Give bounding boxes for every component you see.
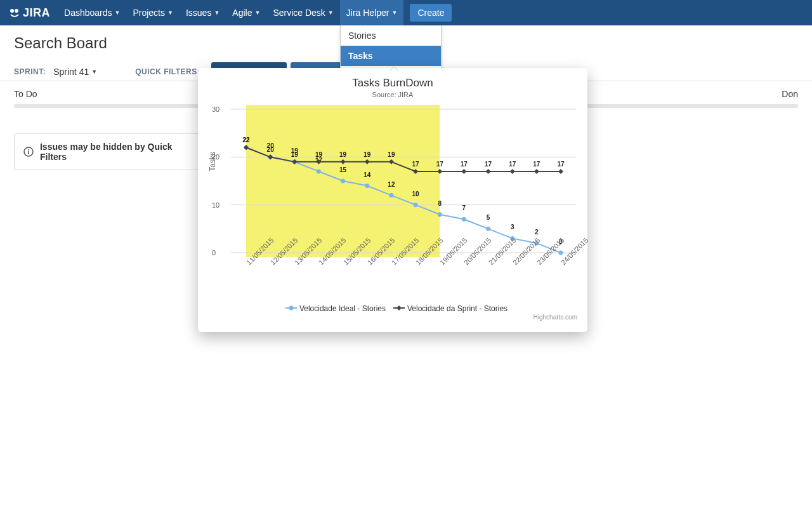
svg-text:19: 19 [388,151,395,158]
svg-point-0 [10,9,14,13]
legend-label[interactable]: Velocidade Ideal - Stories [299,304,386,313]
notice-text: Issues may be hidden by Quick Filters [40,142,201,162]
y-tick: 10 [212,201,219,209]
chevron-down-icon: ▼ [115,10,121,16]
chevron-down-icon: ▼ [91,69,97,75]
nav-item-jira-helper[interactable]: Jira Helper▼ [340,0,404,25]
svg-point-20 [365,184,369,188]
dropdown-item-tasks[interactable]: Tasks [341,46,441,66]
svg-text:14: 14 [363,171,371,178]
sprint-value: Sprint 41 [53,67,89,77]
nav-item-issues[interactable]: Issues▼ [180,0,226,25]
svg-text:8: 8 [438,200,442,207]
svg-text:15: 15 [339,166,347,173]
chevron-down-icon: ▼ [214,10,219,16]
svg-text:19: 19 [315,151,323,158]
svg-point-3 [28,149,29,150]
svg-point-22 [389,193,393,197]
svg-text:19: 19 [291,151,299,158]
svg-text:17: 17 [436,161,444,168]
y-tick: 0 [212,249,216,257]
chevron-down-icon: ▼ [167,10,173,16]
svg-text:20: 20 [267,146,275,153]
chevron-down-icon: ▼ [391,10,397,16]
svg-point-24 [414,203,418,207]
create-button[interactable]: Create [410,4,452,22]
svg-point-26 [438,212,442,217]
chart-svg: 2220191715141210875320222019191919191717… [231,105,576,257]
svg-point-30 [486,227,490,231]
svg-text:10: 10 [412,190,420,197]
svg-rect-4 [28,151,29,154]
svg-text:22: 22 [242,137,250,144]
column-done: Don [782,89,798,99]
x-axis-ticks: 11/05/201512/05/201513/05/201514/05/2015… [231,257,576,302]
svg-point-16 [317,169,321,173]
svg-text:5: 5 [487,214,490,221]
svg-text:2: 2 [535,229,539,236]
svg-text:17: 17 [533,161,540,168]
sprint-label: SPRINT: [14,67,46,76]
legend-label[interactable]: Velocidade da Sprint - Stories [407,304,508,313]
popover-pointer-icon [390,67,398,72]
chart-plot: Tasks 0102030 22201917151412108753202220… [231,105,576,257]
chart-subtitle: Source: JIRA [204,91,581,98]
legend-swatch-icon [393,304,405,314]
legend-swatch-icon [285,304,297,314]
chevron-down-icon: ▼ [254,10,260,16]
nav-item-dashboards[interactable]: Dashboards▼ [58,0,126,25]
quick-filter-notice: Issues may be hidden by Quick Filters [14,133,211,170]
column-todo: To Do [14,89,37,99]
logo-text: JIRA [23,6,50,20]
svg-text:17: 17 [557,161,565,168]
svg-text:12: 12 [388,181,395,188]
svg-text:19: 19 [339,151,347,158]
nav-item-projects[interactable]: Projects▼ [126,0,180,25]
chart-legend: Velocidade Ideal - StoriesVelocidade da … [204,304,581,314]
svg-text:17: 17 [509,161,516,168]
chart-credits: Highcharts.com [204,314,581,321]
y-tick: 30 [212,105,219,113]
jira-logo-icon [9,7,20,18]
top-nav: JIRA Dashboards▼Projects▼Issues▼Agile▼Se… [0,0,812,25]
chart-title: Tasks BurnDown [204,77,581,90]
sprint-selector[interactable]: Sprint 41 ▼ [53,67,97,77]
svg-text:7: 7 [462,204,466,211]
svg-point-53 [289,306,293,311]
svg-text:17: 17 [412,161,420,168]
info-icon [23,147,34,157]
chevron-down-icon: ▼ [328,10,334,16]
svg-text:3: 3 [511,224,514,231]
svg-point-36 [559,251,563,255]
burndown-popover: Tasks BurnDown Source: JIRA Tasks 010203… [198,68,587,332]
dropdown-item-stories[interactable]: Stories [341,25,441,46]
nav-item-agile[interactable]: Agile▼ [226,0,266,25]
jira-logo[interactable]: JIRA [9,6,50,20]
svg-text:17: 17 [485,161,492,168]
quick-filters-label: QUICK FILTERS: [135,67,200,76]
svg-text:19: 19 [363,151,371,158]
y-tick: 20 [212,153,219,161]
svg-text:17: 17 [461,161,468,168]
nav-item-service-desk[interactable]: Service Desk▼ [266,0,339,25]
svg-point-1 [15,9,18,13]
svg-point-28 [462,217,466,222]
svg-point-18 [341,179,345,184]
